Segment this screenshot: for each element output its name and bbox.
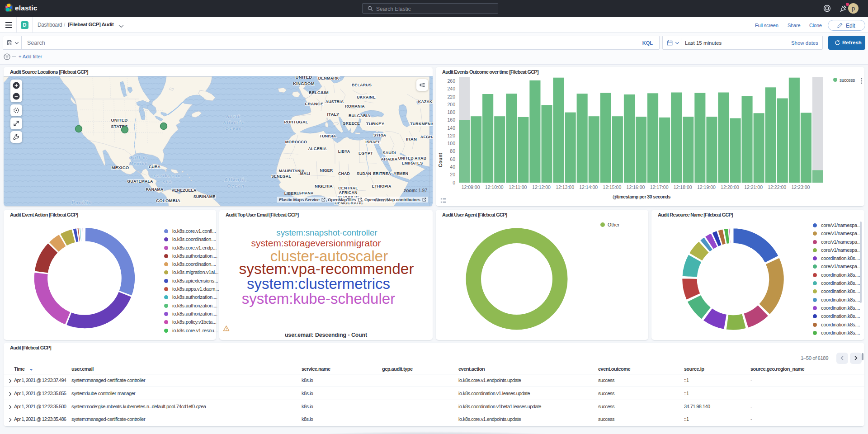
svg-text:NIGER: NIGER (320, 168, 333, 173)
svg-text:ARABIA: ARABIA (381, 157, 398, 161)
svg-text:SENEGAL: SENEGAL (271, 174, 291, 179)
svg-text:UNITED ARAB: UNITED ARAB (398, 156, 426, 160)
svg-text:12:23:00: 12:23:00 (791, 184, 810, 190)
svg-text:NIGERIA: NIGERIA (315, 184, 333, 189)
svg-text:MEXICO: MEXICO (111, 165, 129, 170)
svg-text:KAZAKH: KAZAKH (418, 99, 433, 104)
svg-text:12:18:00: 12:18:00 (674, 184, 692, 190)
svg-text:KINGDOM: KINGDOM (293, 81, 315, 86)
svg-text:GUATEMALA: GUATEMALA (127, 179, 153, 184)
svg-text:CENTRAL: CENTRAL (338, 186, 358, 190)
svg-text:FRANCE: FRANCE (305, 101, 324, 106)
svg-text:@timestamp per 30 seconds: @timestamp per 30 seconds (613, 194, 671, 199)
svg-text:220: 220 (447, 94, 455, 99)
svg-text:PORTUGAL: PORTUGAL (284, 120, 308, 124)
svg-text:12:13:00: 12:13:00 (556, 184, 574, 190)
svg-text:260: 260 (447, 78, 455, 84)
svg-text:160: 160 (447, 117, 455, 123)
svg-text:Atlantic: Atlantic (224, 177, 247, 182)
svg-text:AUSTRIA: AUSTRIA (326, 99, 344, 104)
svg-text:100: 100 (447, 141, 455, 146)
svg-text:40: 40 (450, 164, 455, 170)
svg-text:LIBYA: LIBYA (338, 149, 350, 154)
svg-text:12:16:00: 12:16:00 (627, 184, 645, 190)
svg-text:12:14:00: 12:14:00 (579, 184, 598, 190)
svg-text:CUBA: CUBA (149, 165, 161, 169)
svg-text:YEMEN: YEMEN (394, 171, 408, 176)
svg-text:12:22:00: 12:22:00 (768, 184, 786, 190)
svg-text:UNITED: UNITED (296, 76, 312, 80)
svg-text:SURINAME: SURINAME (193, 194, 216, 199)
svg-text:12:15:00: 12:15:00 (603, 184, 621, 190)
svg-text:UNITED: UNITED (111, 118, 128, 123)
svg-text:IRAN: IRAN (406, 137, 417, 142)
svg-text:TUNISIA: TUNISIA (320, 134, 336, 138)
svg-text:ROMANIA: ROMANIA (345, 104, 365, 108)
svg-text:TURKEY: TURKEY (366, 121, 385, 126)
svg-text:ALGERIA: ALGERIA (308, 146, 327, 151)
svg-text:12:11:00: 12:11:00 (509, 184, 527, 190)
svg-text:12:17:00: 12:17:00 (650, 184, 669, 190)
svg-text:Atlantic: Atlantic (222, 120, 245, 125)
svg-text:DENMARK: DENMARK (318, 76, 340, 80)
svg-text:GREECE: GREECE (343, 121, 360, 126)
svg-text:ETHIOPIA: ETHIOPIA (372, 184, 392, 189)
svg-text:EMIRATES: EMIRATES (402, 161, 423, 165)
svg-text:12:10:00: 12:10:00 (485, 184, 504, 190)
svg-text:240: 240 (447, 86, 455, 91)
svg-text:ITALY: ITALY (327, 112, 340, 117)
svg-text:MOROCCO: MOROCCO (285, 140, 307, 144)
svg-text:180: 180 (447, 109, 455, 115)
svg-text:MALI: MALI (300, 171, 310, 176)
svg-text:Pacific: Pacific (72, 200, 92, 205)
svg-text:60: 60 (450, 156, 455, 162)
svg-text:ISRAEL: ISRAEL (365, 140, 381, 144)
svg-text:CHAD: CHAD (338, 171, 350, 176)
svg-text:North: North (226, 114, 241, 119)
svg-text:80: 80 (450, 148, 455, 154)
svg-text:200: 200 (447, 102, 455, 107)
svg-text:BULGARIA: BULGARIA (349, 113, 370, 118)
svg-text:12:21:00: 12:21:00 (744, 184, 763, 190)
svg-text:BELARUS: BELARUS (352, 83, 372, 87)
svg-text:SUDAN: SUDAN (357, 171, 371, 176)
svg-text:12:09:00: 12:09:00 (462, 184, 480, 190)
svg-text:AFRICAN: AFRICAN (339, 190, 358, 195)
svg-text:TURKMENISTA: TURKMENISTA (410, 122, 433, 126)
svg-text:ERITREA: ERITREA (373, 171, 391, 176)
svg-text:12:20:00: 12:20:00 (721, 184, 739, 190)
svg-text:SYRIA: SYRIA (373, 133, 386, 137)
svg-text:BELGIUM: BELGIUM (309, 90, 329, 95)
svg-text:Gulf of: Gulf of (129, 156, 148, 160)
svg-text:SAUDI: SAUDI (382, 151, 396, 155)
svg-text:VENEZUELA: VENEZUELA (171, 188, 197, 193)
svg-text:20: 20 (450, 172, 455, 177)
svg-text:Count: Count (438, 153, 443, 167)
svg-text:140: 140 (447, 125, 455, 131)
svg-text:PANAMA: PANAMA (146, 187, 164, 192)
svg-text:12:19:00: 12:19:00 (697, 184, 716, 190)
svg-text:COLOMBIA: COLOMBIA (156, 198, 180, 203)
svg-text:GHANA: GHANA (298, 191, 314, 195)
svg-text:120: 120 (447, 133, 455, 138)
svg-text:AFGHA: AFGHA (420, 135, 433, 139)
svg-text:Mexico: Mexico (129, 161, 148, 166)
svg-text:12:12:00: 12:12:00 (532, 184, 551, 190)
svg-text:0: 0 (453, 180, 455, 185)
svg-text:Sea: Sea (162, 179, 172, 184)
svg-text:Ocean: Ocean (225, 126, 242, 131)
svg-text:EGYPT: EGYPT (359, 151, 373, 156)
svg-text:Ocean: Ocean (227, 184, 245, 189)
svg-text:UKRAINE: UKRAINE (357, 95, 375, 99)
svg-text:Caribbean: Caribbean (153, 174, 181, 178)
